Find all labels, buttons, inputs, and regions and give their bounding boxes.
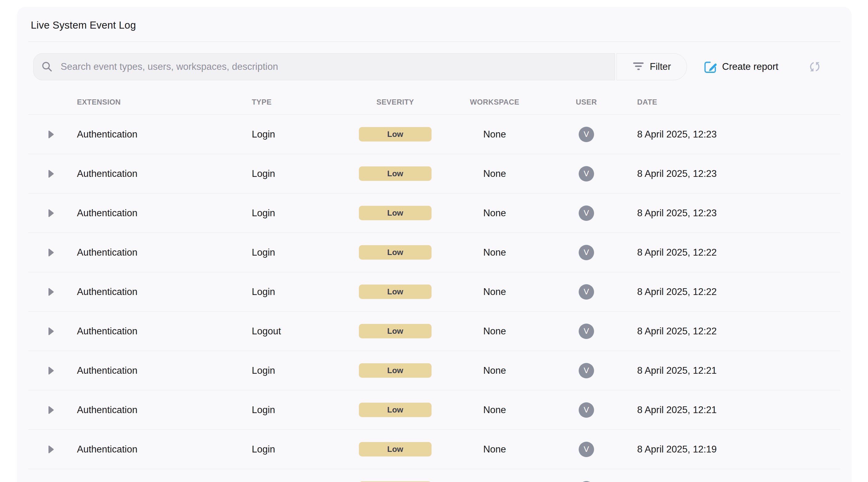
table-row[interactable]: Low: [28, 469, 840, 482]
chevron-right-icon: [48, 445, 55, 454]
user-avatar[interactable]: V: [579, 245, 594, 260]
cell-extension: Authentication: [77, 168, 252, 179]
expand-row-button[interactable]: [48, 327, 55, 336]
cell-expander: [28, 287, 77, 296]
table-row[interactable]: Authentication Login Low None V 8 April …: [28, 193, 840, 232]
cell-user: V: [558, 245, 615, 260]
cell-severity: Low: [359, 245, 432, 260]
severity-badge: Low: [359, 166, 432, 181]
user-avatar[interactable]: V: [579, 166, 594, 182]
cell-workspace: None: [432, 247, 558, 258]
cell-user: V: [558, 363, 615, 378]
table-row[interactable]: Authentication Login Low None V 8 April …: [28, 272, 840, 311]
search-input[interactable]: [61, 61, 609, 72]
expand-row-button[interactable]: [48, 248, 55, 257]
user-avatar[interactable]: V: [579, 402, 594, 418]
search-icon: [41, 61, 53, 73]
cell-type: Login: [252, 207, 359, 219]
user-avatar[interactable]: V: [579, 127, 594, 142]
severity-badge: Low: [359, 324, 432, 339]
cell-date: 8 April 2025, 12:23: [615, 207, 840, 219]
create-report-label: Create report: [722, 61, 778, 72]
page-title: Live System Event Log: [31, 19, 852, 31]
event-log-panel: Live System Event Log Filter: [17, 7, 852, 482]
cell-extension: Authentication: [77, 365, 252, 376]
create-report-button[interactable]: Create report: [703, 60, 778, 74]
table-row[interactable]: Authentication Logout Low None V 8 April…: [28, 311, 840, 351]
refresh-sync-icon: [808, 60, 822, 74]
user-avatar[interactable]: V: [579, 442, 594, 457]
cell-workspace: None: [432, 326, 558, 337]
cell-type: Logout: [252, 326, 359, 337]
cell-user: V: [558, 166, 615, 182]
cell-severity: Low: [359, 442, 432, 456]
expand-row-button[interactable]: [48, 406, 55, 415]
cell-date: 8 April 2025, 12:19: [615, 444, 840, 455]
severity-badge: Low: [359, 245, 432, 260]
filter-bars-icon: [632, 62, 644, 72]
expand-row-button[interactable]: [48, 169, 55, 179]
chevron-right-icon: [48, 406, 55, 415]
user-avatar[interactable]: V: [579, 324, 594, 339]
table-header-row: EXTENSION TYPE SEVERITY WORKSPACE USER D…: [28, 80, 840, 115]
table-row[interactable]: Authentication Login Low None V 8 April …: [28, 232, 840, 272]
column-header-severity: SEVERITY: [359, 98, 432, 106]
table-row[interactable]: Authentication Login Low None V 8 April …: [28, 154, 840, 193]
cell-date: 8 April 2025, 12:21: [615, 405, 840, 416]
cell-workspace: None: [432, 168, 558, 179]
refresh-button[interactable]: [808, 60, 822, 74]
cell-extension: Authentication: [77, 286, 252, 297]
cell-date: 8 April 2025, 12:21: [615, 365, 840, 376]
expand-row-button[interactable]: [48, 445, 55, 454]
cell-workspace: None: [432, 129, 558, 140]
cell-expander: [28, 366, 77, 375]
severity-badge: Low: [359, 206, 432, 220]
cell-extension: Authentication: [77, 444, 252, 455]
chevron-right-icon: [48, 327, 55, 336]
severity-badge: Low: [359, 363, 432, 378]
user-avatar[interactable]: V: [579, 284, 594, 299]
filter-button[interactable]: Filter: [617, 53, 687, 80]
toolbar: Filter Create report: [33, 53, 835, 80]
cell-type: Login: [252, 129, 359, 140]
chevron-right-icon: [48, 130, 55, 139]
table-row[interactable]: Authentication Login Low None V 8 April …: [28, 429, 840, 469]
user-avatar[interactable]: [579, 481, 594, 482]
cell-extension: Authentication: [77, 207, 252, 219]
cell-expander: [28, 445, 77, 454]
cell-severity: Low: [359, 285, 432, 299]
search-box: [33, 53, 615, 80]
table-row[interactable]: Authentication Login Low None V 8 April …: [28, 390, 840, 429]
cell-date: 8 April 2025, 12:22: [615, 247, 840, 258]
column-header-extension: EXTENSION: [77, 98, 252, 106]
expand-row-button[interactable]: [48, 287, 55, 296]
expand-row-button[interactable]: [48, 130, 55, 139]
filter-button-label: Filter: [650, 61, 671, 72]
table-row[interactable]: Authentication Login Low None V 8 April …: [28, 351, 840, 390]
cell-extension: Authentication: [77, 326, 252, 337]
user-avatar[interactable]: V: [579, 205, 594, 221]
chevron-right-icon: [48, 248, 55, 257]
cell-type: Login: [252, 444, 359, 455]
cell-user: [558, 481, 615, 482]
cell-type: Login: [252, 405, 359, 416]
cell-workspace: None: [432, 405, 558, 416]
cell-expander: [28, 208, 77, 218]
column-header-date: DATE: [615, 98, 840, 106]
expand-row-button[interactable]: [48, 366, 55, 375]
cell-workspace: None: [432, 444, 558, 455]
cell-severity: Low: [359, 324, 432, 339]
column-header-workspace: WORKSPACE: [432, 98, 558, 106]
column-header-user: USER: [558, 98, 615, 106]
cell-severity: Low: [359, 166, 432, 181]
cell-user: V: [558, 402, 615, 418]
cell-expander: [28, 248, 77, 257]
cell-user: V: [558, 127, 615, 142]
cell-severity: Low: [359, 127, 432, 141]
cell-type: Login: [252, 168, 359, 179]
user-avatar[interactable]: V: [579, 363, 594, 378]
chevron-right-icon: [48, 208, 55, 218]
table-row[interactable]: Authentication Login Low None V 8 April …: [28, 115, 840, 154]
chevron-right-icon: [48, 366, 55, 375]
expand-row-button[interactable]: [48, 208, 55, 218]
